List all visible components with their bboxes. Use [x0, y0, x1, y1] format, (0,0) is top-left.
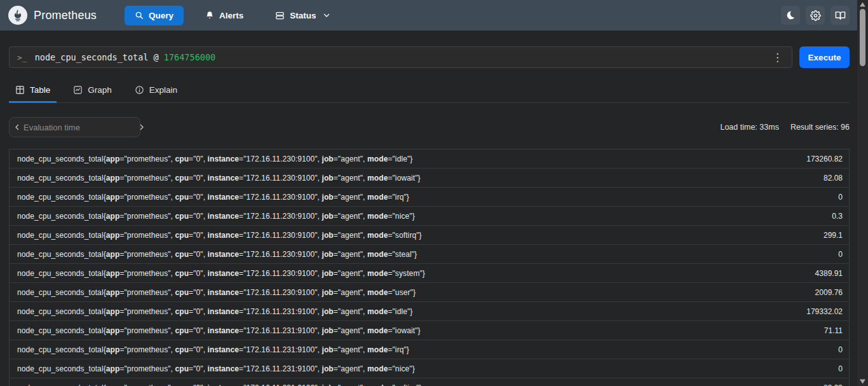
info-icon — [135, 85, 144, 95]
vertical-scrollbar[interactable] — [857, 0, 868, 386]
table-row: node_cpu_seconds_total{app="prometheus",… — [10, 264, 850, 283]
scroll-up-arrow-icon[interactable] — [857, 0, 868, 9]
table-row: node_cpu_seconds_total{app="prometheus",… — [10, 149, 850, 169]
result-table: node_cpu_seconds_total{app="prometheus",… — [9, 149, 850, 386]
navbar: Prometheus Query Alerts Status — [0, 0, 868, 31]
tab-label: Explain — [149, 85, 177, 95]
series-value-cell: 173260.82 — [761, 149, 850, 169]
query-options-kebab-icon[interactable]: ⋮ — [771, 52, 784, 63]
series-labels-cell: node_cpu_seconds_total{app="prometheus",… — [10, 188, 761, 207]
table-row: node_cpu_seconds_total{app="prometheus",… — [10, 207, 850, 226]
chevron-right-icon — [138, 123, 146, 131]
series-value-cell: 0 — [761, 188, 850, 207]
series-labels-cell: node_cpu_seconds_total{app="prometheus",… — [10, 340, 761, 359]
evaluation-time-next-button[interactable] — [138, 119, 146, 135]
series-value-cell: 83.33 — [761, 378, 850, 386]
main-nav: Query Alerts Status — [125, 6, 341, 25]
series-value-cell: 2009.76 — [761, 283, 850, 302]
query-stats: Load time: 33ms Result series: 96 — [720, 123, 850, 132]
series-labels-cell: node_cpu_seconds_total{app="prometheus",… — [10, 264, 761, 283]
scrollbar-thumb[interactable] — [860, 9, 865, 66]
series-labels-cell: node_cpu_seconds_total{app="prometheus",… — [10, 378, 761, 386]
nav-item-label: Status — [290, 11, 316, 20]
query-timestamp: 1764756000 — [164, 52, 215, 62]
brand[interactable]: Prometheus — [8, 6, 97, 25]
query-expression-input[interactable]: >_ node_cpu_seconds_total @ 1764756000 ⋮ — [9, 46, 792, 68]
table-row: node_cpu_seconds_total{app="prometheus",… — [10, 302, 850, 321]
series-value-cell: 0 — [761, 340, 850, 359]
graph-icon — [73, 85, 83, 95]
table-row: node_cpu_seconds_total{app="prometheus",… — [10, 226, 850, 245]
docs-button[interactable] — [831, 6, 850, 25]
nav-item-status[interactable]: Status — [265, 6, 340, 25]
nav-item-alerts[interactable]: Alerts — [195, 6, 254, 25]
series-labels-cell: node_cpu_seconds_total{app="prometheus",… — [10, 169, 761, 188]
scroll-down-arrow-icon[interactable] — [857, 377, 868, 386]
table-row: node_cpu_seconds_total{app="prometheus",… — [10, 321, 850, 340]
tab-label: Graph — [88, 85, 112, 95]
nav-item-query[interactable]: Query — [125, 6, 184, 25]
chevron-left-icon — [13, 123, 21, 131]
tab-graph[interactable]: Graph — [67, 79, 118, 103]
chevron-down-icon — [323, 11, 330, 19]
navbar-actions — [781, 6, 850, 25]
book-icon — [835, 10, 846, 21]
tab-table[interactable]: Table — [9, 79, 57, 103]
theme-toggle-button[interactable] — [781, 6, 800, 25]
prometheus-logo-icon — [8, 6, 27, 25]
tab-label: Table — [30, 85, 50, 95]
load-time-label: Load time: 33ms — [720, 123, 778, 132]
table-row: node_cpu_seconds_total{app="prometheus",… — [10, 169, 850, 188]
series-value-cell: 71.11 — [761, 321, 850, 340]
table-row: node_cpu_seconds_total{app="prometheus",… — [10, 359, 850, 378]
main-content: >_ node_cpu_seconds_total @ 1764756000 ⋮… — [0, 46, 868, 386]
evaluation-time-picker — [9, 117, 140, 137]
series-value-cell: 299.1 — [761, 226, 850, 245]
query-expression: node_cpu_seconds_total @ 1764756000 — [35, 52, 215, 62]
series-value-cell: 4389.91 — [761, 264, 850, 283]
series-value-cell: 0 — [761, 359, 850, 378]
evaluation-time-prev-button[interactable] — [13, 119, 21, 135]
evaluation-time-input[interactable] — [21, 123, 138, 132]
terminal-prompt-icon: >_ — [17, 53, 27, 62]
bell-icon — [205, 11, 214, 20]
series-labels-cell: node_cpu_seconds_total{app="prometheus",… — [10, 245, 761, 264]
query-row: >_ node_cpu_seconds_total @ 1764756000 ⋮… — [9, 46, 850, 68]
execute-button[interactable]: Execute — [799, 46, 850, 68]
series-labels-cell: node_cpu_seconds_total{app="prometheus",… — [10, 226, 761, 245]
table-icon — [15, 85, 25, 95]
tab-explain[interactable]: Explain — [128, 79, 184, 103]
series-value-cell: 0 — [761, 245, 850, 264]
series-value-cell: 179332.02 — [761, 302, 850, 321]
nav-item-label: Query — [149, 11, 173, 20]
table-row: node_cpu_seconds_total{app="prometheus",… — [10, 283, 850, 302]
table-row: node_cpu_seconds_total{app="prometheus",… — [10, 378, 850, 386]
gear-icon — [810, 10, 821, 21]
table-row: node_cpu_seconds_total{app="prometheus",… — [10, 245, 850, 264]
series-labels-cell: node_cpu_seconds_total{app="prometheus",… — [10, 207, 761, 226]
result-table-body: node_cpu_seconds_total{app="prometheus",… — [10, 149, 850, 386]
series-labels-cell: node_cpu_seconds_total{app="prometheus",… — [10, 359, 761, 378]
result-toolbar: Load time: 33ms Result series: 96 — [9, 117, 850, 137]
series-value-cell: 82.08 — [761, 169, 850, 188]
search-icon — [135, 11, 144, 20]
table-row: node_cpu_seconds_total{app="prometheus",… — [10, 188, 850, 207]
server-icon — [275, 11, 285, 20]
result-tabs: Table Graph Explain — [9, 79, 850, 103]
series-labels-cell: node_cpu_seconds_total{app="prometheus",… — [10, 321, 761, 340]
series-labels-cell: node_cpu_seconds_total{app="prometheus",… — [10, 302, 761, 321]
nav-item-label: Alerts — [219, 11, 243, 20]
series-labels-cell: node_cpu_seconds_total{app="prometheus",… — [10, 149, 761, 169]
moon-icon — [785, 10, 796, 20]
table-row: node_cpu_seconds_total{app="prometheus",… — [10, 340, 850, 359]
series-labels-cell: node_cpu_seconds_total{app="prometheus",… — [10, 283, 761, 302]
series-value-cell: 0.3 — [761, 207, 850, 226]
settings-button[interactable] — [806, 6, 825, 25]
result-series-label: Result series: 96 — [790, 123, 850, 132]
app-title: Prometheus — [34, 9, 97, 22]
